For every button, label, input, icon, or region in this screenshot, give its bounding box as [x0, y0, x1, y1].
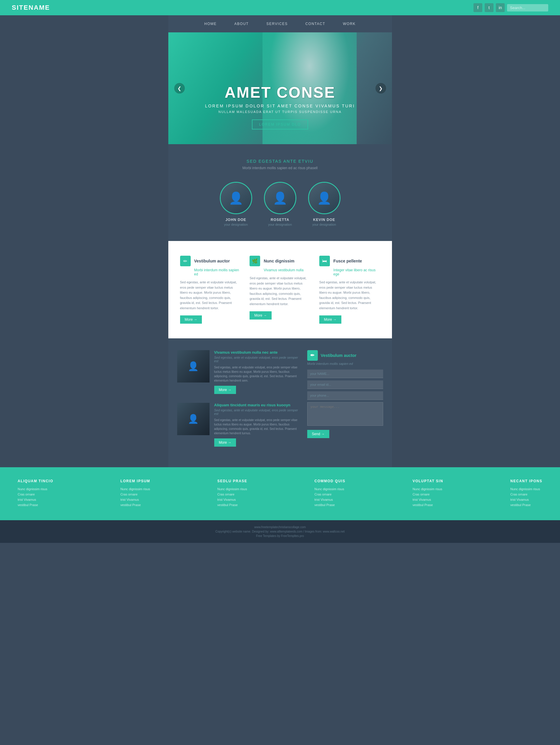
footer-link-5-1[interactable]: Nunc dignissim risus	[412, 487, 443, 491]
contact-send-button[interactable]: Send →	[307, 430, 329, 438]
service-highlight-2: Vivamus vestibulum nulla	[264, 268, 310, 272]
footer-link-1-4[interactable]: vestibul Prase	[18, 503, 53, 507]
footer-col-title-4: COMMOD QUIS	[315, 479, 345, 483]
footer-col-title-1: ALIQUAM TINCIO	[18, 479, 53, 483]
footer-link-3-4[interactable]: vestibul Prase	[217, 503, 247, 507]
footer-link-4-4[interactable]: vestibul Prase	[315, 503, 345, 507]
footer-col-5: VOLUPTAT SIN Nunc dignissim risus Cras o…	[412, 479, 443, 509]
team-section: SED EGESTAS ANTE ETVIU Morbi interdum mo…	[168, 144, 392, 241]
search-input[interactable]	[507, 4, 548, 11]
blog-post-2: 👤 Aliquam tincidunt mauris eu risus kuoo…	[177, 403, 299, 447]
footer-link-3-2[interactable]: Cras ornare	[217, 492, 247, 496]
footer-link-6-4[interactable]: vestibul Prase	[510, 503, 542, 507]
linkedin-icon[interactable]: in	[496, 3, 505, 12]
slider-prev-button[interactable]: ❮	[174, 83, 185, 94]
blog-info-1: Vivamus vestibulum nulla nec ante Sed eg…	[214, 350, 299, 394]
facebook-icon[interactable]: f	[473, 3, 482, 12]
hero-cta-button[interactable]: LOREM IPSUM DLO	[252, 120, 308, 129]
nav-home[interactable]: HOME	[204, 22, 217, 26]
hero-tagline: NULLAM MALESUADA ERAT UT TURPIS SUSPENDI…	[205, 110, 355, 114]
hero-content: AMET CONSE LOREM IPSUM DOLOR SIT AMET CO…	[205, 84, 355, 129]
footer-link-5-3[interactable]: trist Vivamus	[412, 498, 443, 501]
footer-link-2-2[interactable]: Cras ornare	[120, 492, 150, 496]
footer-links-section: ALIQUAM TINCIO Nunc dignissim risus Cras…	[0, 467, 560, 520]
blog-more-button-2[interactable]: More →	[214, 439, 236, 447]
services-grid: ✏ Vestibulum auctor Morbi interdum molli…	[180, 256, 380, 324]
contact-subtitle: Morbi interdum mollis sapien ed	[307, 362, 383, 365]
footer-link-6-2[interactable]: Cras ornare	[510, 492, 542, 496]
service-more-button-3[interactable]: More →	[319, 316, 341, 324]
footer-link-3-3[interactable]: trist Vivamus	[217, 498, 247, 501]
blog-post-1: 👤 Vivamus vestibulum nulla nec ante Sed …	[177, 350, 299, 394]
services-section: ✏ Vestibulum auctor Morbi interdum molli…	[168, 241, 392, 338]
footer-free-templates: Free Templates by FreeTempltes.pro	[256, 534, 304, 538]
footer-link-1-2[interactable]: Cras ornare	[18, 492, 53, 496]
arrow-left-icon: ❮	[178, 86, 181, 91]
footer-link-4-2[interactable]: Cras ornare	[315, 492, 345, 496]
team-avatar-3: 👤	[308, 182, 340, 214]
team-designation-1: your designation	[224, 223, 248, 226]
contact-message-field[interactable]	[307, 402, 383, 426]
footer-link-1-1[interactable]: Nunc dignissim risus	[18, 487, 53, 491]
service-header-2: 🌿 Nunc dignissim	[250, 256, 310, 266]
service-highlight-1: Morbi interdum mollis sapien ed	[194, 268, 241, 276]
team-name-3: KEVIN DOE	[313, 218, 335, 222]
blog-more-button-1[interactable]: More →	[214, 386, 236, 394]
footer-link-4-3[interactable]: trist Vivamus	[315, 498, 345, 501]
footer-link-3-1[interactable]: Nunc dignissim risus	[217, 487, 247, 491]
team-member-1: 👤 JOHN DOE your designation	[220, 182, 252, 226]
footer-col-1: ALIQUAM TINCIO Nunc dignissim risus Cras…	[18, 479, 53, 509]
team-grid: 👤 JOHN DOE your designation 👤 ROSETTA yo…	[174, 182, 386, 226]
footer-link-5-2[interactable]: Cras ornare	[412, 492, 443, 496]
footer-link-6-3[interactable]: trist Vivamus	[510, 498, 542, 501]
blog-title-1: Vivamus vestibulum nulla nec ante	[214, 350, 299, 355]
service-text-3: Sed egestas, ante et vulputate volutpat,…	[319, 280, 380, 311]
footer-col-title-6: NECANT IPONS	[510, 479, 542, 483]
service-highlight-3: Integer vitae libero ac risus ege	[334, 268, 380, 276]
contact-name-field[interactable]	[307, 369, 383, 378]
service-icon-2: 🌿	[250, 256, 260, 266]
blog-text-1: Sed egestas, ante et vulputate volutpat,…	[214, 365, 299, 383]
top-bar: SITENAME f t in	[0, 0, 560, 15]
nav-work[interactable]: WORK	[343, 22, 355, 26]
avatar-placeholder-2: 👤	[265, 183, 295, 213]
footer-link-5-4[interactable]: vestibul Prase	[412, 503, 443, 507]
team-member-2: 👤 ROSETTA your designation	[264, 182, 296, 226]
footer-col-2: LOREM IPSUM Nunc dignissim risus Cras or…	[120, 479, 150, 509]
footer-copyright: Copyright(c) website name. Designed by: …	[215, 530, 345, 533]
contact-phone-field[interactable]	[307, 391, 383, 400]
team-designation-2: your designation	[268, 223, 292, 226]
twitter-icon[interactable]: t	[485, 3, 494, 12]
service-text-2: Sed egestas, ante et vulputate volutpat,…	[250, 276, 310, 307]
footer-col-4: COMMOD QUIS Nunc dignissim risus Cras or…	[315, 479, 345, 509]
contact-email-field[interactable]	[307, 381, 383, 389]
nav-services[interactable]: SERVICES	[266, 22, 287, 26]
service-more-button-1[interactable]: More →	[180, 316, 202, 324]
contact-icon: ✏	[307, 350, 318, 361]
footer-link-4-1[interactable]: Nunc dignissim risus	[315, 487, 345, 491]
service-card-1: ✏ Vestibulum auctor Morbi interdum molli…	[180, 256, 241, 324]
nav-about[interactable]: ABOUT	[234, 22, 249, 26]
contact-title: ✏ Vestibulum auctor	[307, 350, 383, 361]
footer-link-2-3[interactable]: trist Vivamus	[120, 498, 150, 501]
service-card-3: 🛏 Fusce pellente Integer vitae libero ac…	[319, 256, 380, 324]
team-section-desc: Morbi interdum mollis sapien ed ac risus…	[174, 166, 386, 170]
service-card-2: 🌿 Nunc dignissim Vivamus vestibulum null…	[250, 256, 310, 324]
service-title-3: Fusce pellente	[334, 259, 362, 263]
team-avatar-2: 👤	[264, 182, 296, 214]
team-designation-3: your designation	[312, 223, 336, 226]
slider-next-button[interactable]: ❯	[375, 83, 386, 94]
footer-website-url: www.freetemplatechristianscollage.com	[254, 525, 306, 529]
footer-link-6-1[interactable]: Nunc dignissim risus	[510, 487, 542, 491]
footer-link-2-1[interactable]: Nunc dignissim risus	[120, 487, 150, 491]
avatar-placeholder-1: 👤	[221, 183, 251, 213]
service-more-button-2[interactable]: More →	[250, 311, 272, 320]
footer-link-2-4[interactable]: vestibul Prase	[120, 503, 150, 507]
service-title-1: Vestibulum auctor	[194, 259, 230, 263]
hero-slider: ❮ ❯ AMET CONSE LOREM IPSUM DOLOR SIT AME…	[168, 32, 392, 144]
blog-title-2: Aliquam tincidunt mauris eu risus kuooyn	[214, 403, 299, 407]
service-icon-1: ✏	[180, 256, 191, 266]
footer-link-1-3[interactable]: trist Vivamus	[18, 498, 53, 501]
nav-contact[interactable]: CONTACT	[306, 22, 325, 26]
service-header-3: 🛏 Fusce pellente	[319, 256, 380, 266]
